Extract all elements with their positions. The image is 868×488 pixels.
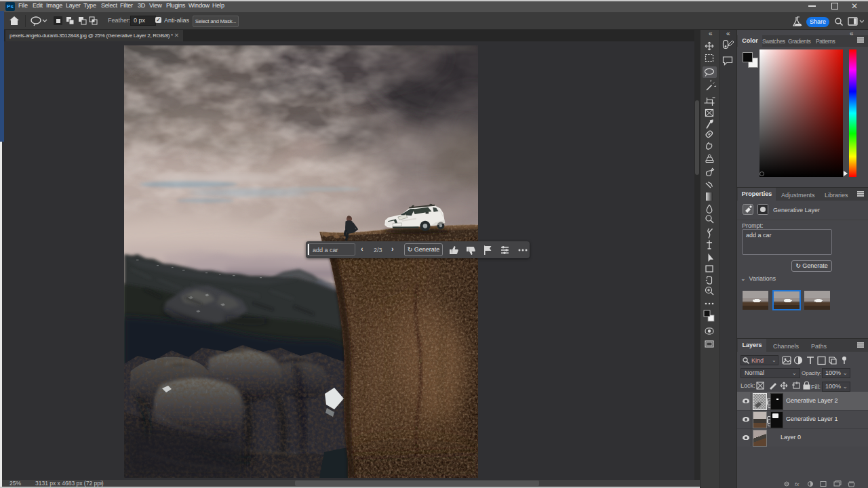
svg-text:fx: fx [795, 481, 800, 487]
